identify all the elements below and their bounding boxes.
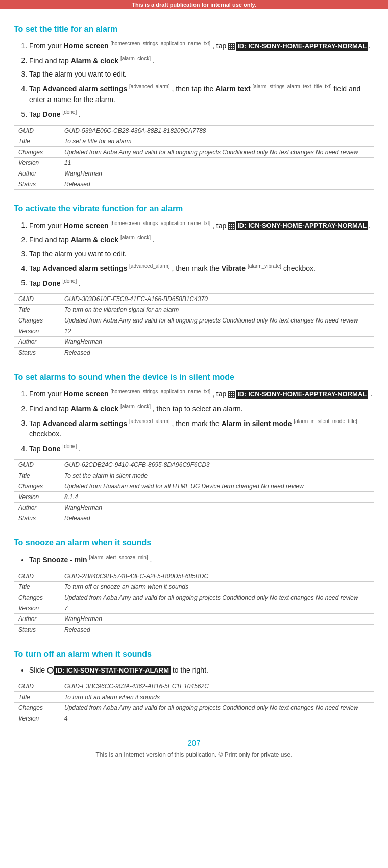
meta-label: Version (14, 326, 60, 337)
step-item: Tap the alarm you want to edit. (29, 69, 374, 80)
meta-value: GUID-303D610E-F5C8-41EC-A166-BD658B1C437… (60, 294, 374, 305)
meta-label: Title (14, 305, 60, 315)
step-item: Slide ID: ICN-SONY-STAT-NOTIFY-ALARM to … (29, 665, 374, 676)
step-item: Tap Snooze - min [alarm_alert_snooze_min… (29, 554, 374, 565)
metadata-table-vibrate: GUIDGUID-303D610E-F5C8-41EC-A166-BD658B1… (14, 293, 374, 358)
section-turn-off: To turn off an alarm when it sounds Slid… (14, 650, 374, 724)
steps-vibrate: From your Home screen [homescreen_string… (14, 219, 374, 289)
section-title-vibrate: To activate the vibrate function for an … (14, 204, 374, 213)
grid-icon (228, 222, 235, 230)
meta-value: Updated from Huashan and valid for all H… (60, 481, 374, 491)
footer-legal: This is an Internet version of this publ… (14, 751, 374, 758)
meta-label: Status (14, 348, 60, 358)
meta-value: 12 (60, 326, 374, 337)
meta-value: To turn off an alarm when it sounds (60, 691, 374, 702)
step-item: Tap Advanced alarm settings [advanced_al… (29, 262, 374, 274)
steps-set-title: From your Home screen [homescreen_string… (14, 40, 374, 120)
meta-label: Author (14, 502, 60, 513)
meta-value: 4 (60, 713, 374, 724)
meta-value: Released (60, 624, 374, 635)
meta-label: Changes (14, 592, 60, 603)
step-item: From your Home screen [homescreen_string… (29, 40, 374, 52)
grid-icon (228, 43, 235, 50)
meta-label: Title (14, 136, 60, 146)
meta-value: WangHerman (60, 613, 374, 624)
meta-value: GUID-2B840C9B-5748-43FC-A2F5-B00D5F685BD… (60, 571, 374, 581)
meta-value: GUID-539AE06C-CB28-436A-88B1-818209CA778… (60, 125, 374, 136)
step-item: Tap Advanced alarm settings [advanced_al… (29, 417, 374, 440)
section-title-turn-off: To turn off an alarm when it sounds (14, 650, 374, 659)
meta-label: Changes (14, 702, 60, 713)
steps-turn-off: Slide ID: ICN-SONY-STAT-NOTIFY-ALARM to … (14, 665, 374, 676)
step-item: Tap the alarm you want to edit. (29, 249, 374, 259)
section-title-set-title: To set the title for an alarm (14, 24, 374, 34)
meta-label: Changes (14, 315, 60, 326)
step-item: Tap Advanced alarm settings [advanced_al… (29, 83, 374, 105)
section-title-snooze: To snooze an alarm when it sounds (14, 538, 374, 548)
meta-label: GUID (14, 571, 60, 581)
meta-label: Author (14, 168, 60, 179)
meta-label: Title (14, 581, 60, 592)
meta-value: GUID-62CDB24C-9410-4CFB-8695-8DA96C9F6CD… (60, 459, 374, 470)
meta-label: Author (14, 613, 60, 624)
section-set-title: To set the title for an alarm From your … (14, 24, 374, 190)
metadata-table-turn-off: GUIDGUID-E3BC96CC-903A-4362-AB16-5EC1E10… (14, 681, 374, 724)
meta-label: Changes (14, 146, 60, 157)
meta-label: GUID (14, 294, 60, 305)
steps-silent-mode: From your Home screen [homescreen_string… (14, 388, 374, 454)
meta-label: Title (14, 470, 60, 481)
highlight-notify-alarm: ID: ICN-SONY-STAT-NOTIFY-ALARM (54, 666, 171, 675)
meta-value: 7 (60, 603, 374, 613)
meta-value: Released (60, 348, 374, 358)
meta-value: Released (60, 179, 374, 189)
meta-label: Version (14, 157, 60, 168)
meta-value: Updated from Aoba Amy and valid for all … (60, 702, 374, 713)
step-item: From your Home screen [homescreen_string… (29, 388, 374, 400)
meta-value: Released (60, 513, 374, 524)
section-snooze: To snooze an alarm when it sounds Tap Sn… (14, 538, 374, 635)
highlight-apptray-3: ID: ICN-SONY-HOME-APPTRAY-NORMAL (236, 390, 368, 399)
meta-value: To set a title for an alarm (60, 136, 374, 146)
step-item: Find and tap Alarm & clock [alarm_clock]… (29, 234, 374, 245)
meta-value: GUID-E3BC96CC-903A-4362-AB16-5EC1E104562… (60, 681, 374, 691)
meta-label: Changes (14, 481, 60, 491)
grid-icon (228, 391, 235, 398)
meta-value: WangHerman (60, 337, 374, 348)
meta-label: Version (14, 603, 60, 613)
meta-value: To turn off or snooze an alarm when it s… (60, 581, 374, 592)
meta-label: Version (14, 491, 60, 502)
meta-value: WangHerman (60, 502, 374, 513)
metadata-table-silent: GUIDGUID-62CDB24C-9410-4CFB-8695-8DA96C9… (14, 459, 374, 524)
meta-label: Version (14, 713, 60, 724)
step-item: Tap Done [done] . (29, 108, 374, 120)
meta-value: 8.1.4 (60, 491, 374, 502)
meta-label: GUID (14, 459, 60, 470)
metadata-table-snooze: GUIDGUID-2B840C9B-5748-43FC-A2F5-B00D5F6… (14, 571, 374, 635)
meta-value: Updated from Aoba Amy and valid for all … (60, 315, 374, 326)
meta-label: Status (14, 513, 60, 524)
meta-label: Status (14, 179, 60, 189)
meta-value: WangHerman (60, 168, 374, 179)
section-vibrate: To activate the vibrate function for an … (14, 204, 374, 359)
step-item: Find and tap Alarm & clock [alarm_clock]… (29, 403, 374, 414)
circle-icon (47, 667, 54, 674)
highlight-apptray-2: ID: ICN-SONY-HOME-APPTRAY-NORMAL (236, 221, 368, 230)
step-item: Find and tap Alarm & clock [alarm_clock]… (29, 55, 374, 66)
meta-label: Title (14, 691, 60, 702)
meta-value: 11 (60, 157, 374, 168)
meta-label: GUID (14, 125, 60, 136)
section-title-silent-mode: To set alarms to sound when the device i… (14, 373, 374, 382)
page-number: 207 (14, 738, 374, 747)
meta-label: GUID (14, 681, 60, 691)
meta-label: Author (14, 337, 60, 348)
meta-value: To set the alarm in silent mode (60, 470, 374, 481)
meta-value: Updated from Aoba Amy and valid for all … (60, 592, 374, 603)
meta-value: Updated from Aoba Amy and valid for all … (60, 146, 374, 157)
steps-snooze: Tap Snooze - min [alarm_alert_snooze_min… (14, 554, 374, 565)
highlight-apptray-1: ID: ICN-SONY-HOME-APPTRAY-NORMAL (236, 42, 368, 51)
metadata-table-set-title: GUIDGUID-539AE06C-CB28-436A-88B1-818209C… (14, 125, 374, 190)
step-item: Tap Done [done] . (29, 277, 374, 289)
meta-label: Status (14, 624, 60, 635)
step-item: From your Home screen [homescreen_string… (29, 219, 374, 231)
step-item: Tap Done [done] . (29, 442, 374, 454)
